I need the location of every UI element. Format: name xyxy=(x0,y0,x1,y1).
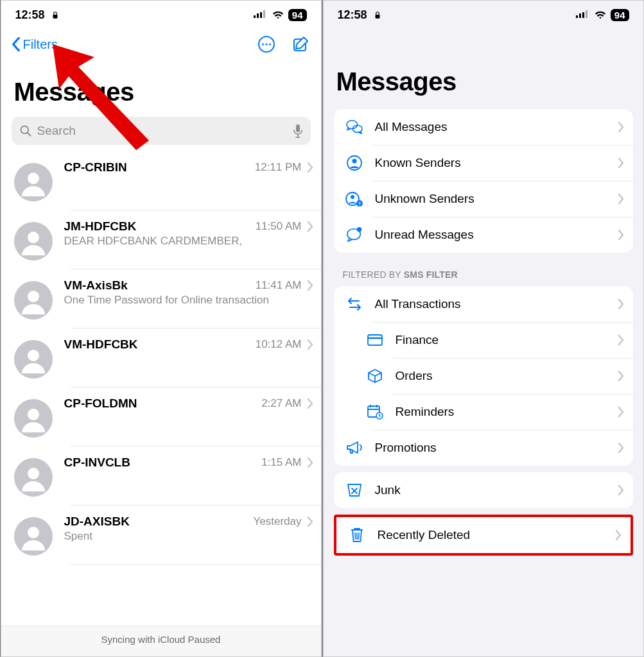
svg-rect-22 xyxy=(576,15,578,18)
person-icon xyxy=(19,522,48,550)
conversation-preview: Spent xyxy=(64,530,313,543)
svg-point-31 xyxy=(351,195,354,199)
filter-unknown-senders[interactable]: ? Unknown Senders xyxy=(334,181,633,217)
megaphone-icon xyxy=(345,439,363,457)
box-icon xyxy=(366,367,384,385)
svg-rect-3 xyxy=(257,13,259,18)
cellular-icon xyxy=(576,10,590,19)
conversation-time: 2:27 AM xyxy=(261,397,301,410)
conversation-row[interactable]: CP-CRIBIN 12:11 PM xyxy=(1,151,321,210)
conversation-time: 11:50 AM xyxy=(256,220,302,233)
filter-finance[interactable]: Finance xyxy=(334,322,633,358)
conversation-time: 12:11 PM xyxy=(255,161,302,174)
conversation-row[interactable]: CP-INVCLB 1:15 AM xyxy=(1,447,321,506)
chevron-right-icon xyxy=(307,280,313,291)
filter-label: Junk xyxy=(375,483,605,497)
filter-all-messages[interactable]: All Messages xyxy=(334,109,633,145)
chevron-right-icon xyxy=(618,335,624,345)
conversation-time: 11:41 AM xyxy=(256,279,302,292)
cellular-icon xyxy=(254,10,268,19)
person-icon xyxy=(19,286,48,314)
wifi-icon xyxy=(594,10,607,19)
svg-rect-13 xyxy=(296,124,300,132)
filter-label: Unknown Senders xyxy=(375,192,605,206)
conversation-name: CP-CRIBIN xyxy=(64,160,127,175)
svg-point-8 xyxy=(265,43,267,45)
chat-bubbles-icon xyxy=(345,118,363,136)
chevron-right-icon xyxy=(307,221,313,232)
chevron-right-icon xyxy=(618,122,624,132)
status-time-text: 12:58 xyxy=(15,8,45,21)
junk-group: Junk xyxy=(334,472,633,508)
sms-filters-group: All Transactions Finance Orders Reminder… xyxy=(334,286,633,466)
compose-button[interactable] xyxy=(292,35,311,54)
conversation-name: JM-HDFCBK xyxy=(64,219,137,234)
chevron-right-icon xyxy=(615,530,622,540)
avatar xyxy=(14,340,53,379)
nav-bar: Filters xyxy=(1,29,321,60)
filter-label: Reminders xyxy=(396,405,605,419)
avatar xyxy=(14,399,53,438)
avatar xyxy=(14,281,53,320)
filter-orders[interactable]: Orders xyxy=(334,358,633,394)
chevron-right-icon xyxy=(307,516,313,527)
svg-point-35 xyxy=(356,227,361,232)
avatar xyxy=(14,458,53,497)
chevron-right-icon xyxy=(307,339,313,350)
filter-recently-deleted[interactable]: Recently Deleted xyxy=(336,517,631,553)
svg-rect-21 xyxy=(375,14,379,18)
status-bar: 12:58 94 xyxy=(1,1,321,29)
status-time: 12:58 xyxy=(15,8,60,22)
section-label-prefix: FILTERED BY xyxy=(343,269,404,280)
svg-point-14 xyxy=(28,173,39,184)
svg-point-19 xyxy=(28,468,39,479)
conversation-row[interactable]: JD-AXISBK Yesterday Spent xyxy=(1,506,321,565)
chevron-right-icon xyxy=(618,443,624,453)
filter-label: All Messages xyxy=(375,120,605,134)
chevron-right-icon xyxy=(307,162,313,173)
more-button[interactable] xyxy=(257,35,276,54)
battery-badge: 94 xyxy=(288,9,307,21)
status-time-text: 12:58 xyxy=(338,8,367,21)
svg-rect-23 xyxy=(579,13,581,18)
filter-promotions[interactable]: Promotions xyxy=(334,430,633,466)
chevron-right-icon xyxy=(618,194,624,204)
svg-point-18 xyxy=(28,409,39,420)
messages-list-screen: 12:58 94 Filters Mes xyxy=(1,0,322,657)
page-title: Messages xyxy=(324,29,643,103)
recently-deleted-group: Recently Deleted xyxy=(334,515,633,556)
back-label: Filters xyxy=(23,37,58,52)
filter-unread-messages[interactable]: Unread Messages xyxy=(334,217,633,253)
trash-icon xyxy=(348,526,366,544)
filter-all-transactions[interactable]: All Transactions xyxy=(334,286,633,322)
svg-point-9 xyxy=(268,43,270,45)
avatar xyxy=(14,222,53,260)
mic-icon[interactable] xyxy=(293,124,303,138)
lock-icon xyxy=(373,11,382,20)
svg-rect-2 xyxy=(254,15,256,18)
conversation-row[interactable]: VM-HDFCBK 10:12 AM xyxy=(1,328,321,388)
conversation-time: Yesterday xyxy=(254,515,302,528)
chevron-right-icon xyxy=(618,407,624,417)
svg-point-17 xyxy=(28,350,39,361)
junk-bin-icon xyxy=(345,481,363,499)
filter-label: Unread Messages xyxy=(375,228,605,242)
wifi-icon xyxy=(272,10,284,19)
search-field[interactable]: Search xyxy=(12,117,311,145)
svg-rect-5 xyxy=(263,10,265,18)
filter-reminders[interactable]: Reminders xyxy=(334,394,633,430)
conversation-preview: DEAR HDFCBANK CARDMEMBER, xyxy=(64,235,313,248)
page-title: Messages xyxy=(1,60,321,113)
person-icon xyxy=(19,345,48,373)
conversation-row[interactable]: JM-HDFCBK 11:50 AM DEAR HDFCBANK CARDMEM… xyxy=(1,210,321,269)
conversation-row[interactable]: CP-FOLDMN 2:27 AM xyxy=(1,388,321,447)
filter-junk[interactable]: Junk xyxy=(334,472,633,508)
filter-label: Promotions xyxy=(375,441,605,455)
status-bar: 12:58 94 xyxy=(324,1,643,29)
svg-point-15 xyxy=(28,232,39,243)
back-button[interactable]: Filters xyxy=(12,37,58,52)
svg-point-29 xyxy=(352,159,356,164)
filter-known-senders[interactable]: Known Senders xyxy=(334,145,633,181)
conversation-row[interactable]: VM-AxisBk 11:41 AM One Time Password for… xyxy=(1,269,321,328)
search-icon xyxy=(19,124,32,137)
